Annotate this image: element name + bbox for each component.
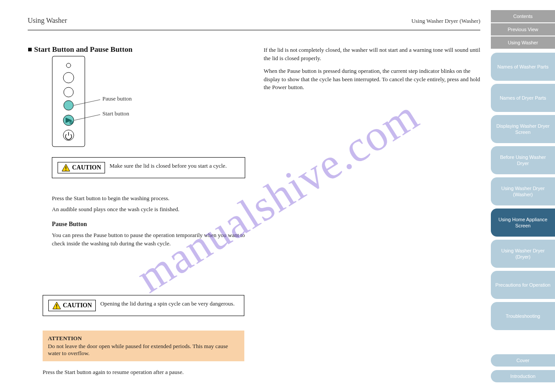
nav-section-using-dryer[interactable]: Using Washer Dryer (Dryer) (491, 240, 555, 268)
right-para-pause: When the Pause button is pressed during … (264, 67, 481, 92)
attention-body: Do not leave the door open while paused … (48, 343, 239, 357)
nav-section-home-appliance[interactable]: Using Home Appliance Screen (491, 209, 555, 237)
caution-badge: CAUTION (58, 162, 105, 173)
svg-point-2 (63, 72, 74, 83)
caution-triangle-icon (62, 164, 70, 172)
para-start-press: Press the Start button to begin the wash… (52, 194, 245, 203)
attention-box: ATTENTION Do not leave the door open whi… (43, 331, 244, 361)
caution-badge: CAUTION (48, 300, 96, 311)
heading-pause-button: Pause Button (52, 220, 245, 229)
svg-line-10 (74, 100, 100, 105)
nav-top-previous[interactable]: Previous View (491, 23, 555, 36)
nav-top-using-washer[interactable]: Using Washer (491, 36, 555, 49)
page-header: Using Washer Using Washer Dryer (Washer) (28, 17, 480, 30)
caution-text-spin: Opening the lid during a spin cycle can … (100, 300, 235, 308)
right-para-lid: If the lid is not completely closed, the… (264, 46, 481, 63)
caution-text-lid: Make sure the lid is closed before you s… (109, 162, 227, 170)
header-right: Using Washer Dryer (Washer) (411, 18, 480, 25)
svg-line-11 (74, 115, 100, 120)
para-finish-sound: An audible sound plays once the wash cyc… (52, 205, 245, 214)
caution-box-spin: CAUTION Opening the lid during a spin cy… (43, 295, 244, 316)
nav-section-display-screen[interactable]: Displaying Washer Dryer Screen (491, 115, 555, 143)
header-left: Using Washer (28, 17, 67, 25)
nav-bottom-introduction[interactable]: Introduction (491, 370, 555, 382)
start-button-label: Start button (102, 110, 129, 117)
svg-point-3 (64, 87, 73, 97)
pause-button-label: Pause button (102, 95, 132, 102)
right-column: If the lid is not completely closed, the… (264, 46, 481, 96)
svg-point-17 (56, 307, 57, 308)
section-heading: ■ Start Button and Pause Button (28, 45, 132, 54)
body-after-caution1: Press the Start button to begin the wash… (52, 194, 245, 251)
svg-point-1 (66, 63, 71, 68)
svg-point-14 (65, 169, 66, 170)
caution-box-lid: CAUTION Make sure the lid is closed befo… (52, 157, 245, 178)
nav-section-using-washer[interactable]: Using Washer Dryer (Washer) (491, 177, 555, 205)
svg-point-4 (64, 101, 73, 110)
nav-section-washer-parts[interactable]: Names of Washer Parts (491, 53, 555, 81)
nav-section-dryer-parts[interactable]: Names of Dryer Parts (491, 84, 555, 112)
attention-title: ATTENTION (48, 335, 239, 342)
nav-section-troubleshooting[interactable]: Troubleshooting (491, 302, 555, 330)
remote-control-diagram: Pause button Start button (52, 56, 166, 150)
para-pause-desc: You can press the Pause button to pause … (52, 231, 245, 248)
nav-bottom-cover[interactable]: Cover (491, 354, 555, 367)
nav-section-before-using[interactable]: Before Using Washer Dryer (491, 146, 555, 174)
nav-section-precautions[interactable]: Precautions for Operation (491, 271, 555, 299)
nav-top-contents[interactable]: Contents (491, 10, 555, 22)
caution-triangle-icon (52, 302, 61, 309)
final-resume-line: Press the Start button again to resume o… (43, 369, 184, 376)
sidebar-nav: Contents Previous View Using Washer Name… (491, 0, 555, 392)
